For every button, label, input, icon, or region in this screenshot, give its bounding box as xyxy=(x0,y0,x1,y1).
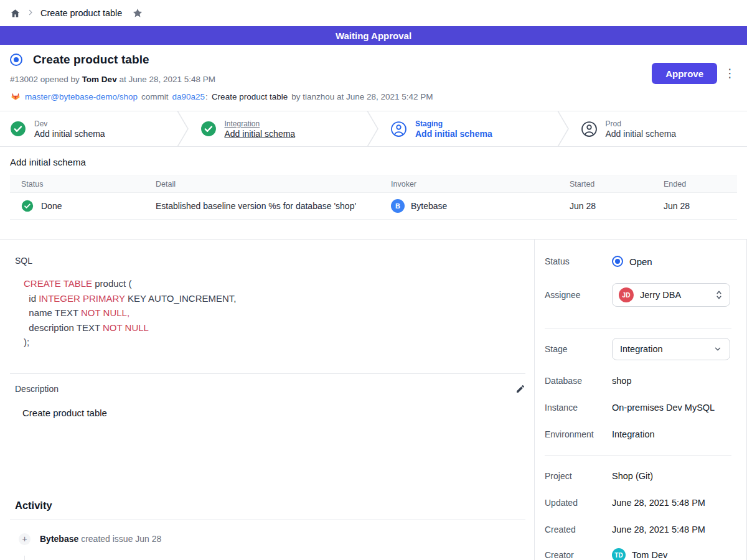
pipeline-stage-staging[interactable]: StagingAdd initial schema xyxy=(380,111,557,146)
status-value: Open xyxy=(629,256,652,267)
activity-actor: Bytebase xyxy=(40,534,78,544)
task-heading: Add initial schema xyxy=(10,157,737,167)
stage-select[interactable]: Integration xyxy=(612,338,730,360)
stage-env-label: Dev xyxy=(34,119,105,128)
approval-banner-text: Waiting Approval xyxy=(336,30,411,41)
assignee-select[interactable]: JD Jerry DBA xyxy=(612,283,730,307)
table-row[interactable]: Done Established baseline version %s for… xyxy=(10,193,737,219)
user-circle-icon xyxy=(581,121,598,138)
project-label: Project xyxy=(545,471,612,481)
edit-icon[interactable] xyxy=(515,384,525,394)
check-circle-icon xyxy=(200,121,217,137)
task-detail: Established baseline version %s for data… xyxy=(156,201,391,211)
col-ended: Ended xyxy=(664,180,737,189)
timeline-connector xyxy=(24,556,25,560)
commit-line: master@bytebase-demo/shop commit da90a25… xyxy=(10,90,737,103)
stage-task-label: Add initial schema xyxy=(606,129,677,139)
section-divider xyxy=(10,520,525,520)
issue-main-panel: SQL CREATE TABLE product ( id INTEGER PR… xyxy=(0,240,534,560)
col-detail: Detail xyxy=(156,180,391,189)
stage-separator xyxy=(367,111,380,147)
stage-env-label: Prod xyxy=(606,119,677,128)
issue-open-icon xyxy=(10,54,22,66)
activity-action: created issue Jun 28 xyxy=(78,534,161,544)
stage-pipeline: DevAdd initial schema IntegrationAdd ini… xyxy=(0,111,747,147)
issue-header: Create product table #13002 opened by To… xyxy=(0,45,747,111)
check-circle-icon xyxy=(10,121,26,137)
commit-message: Create product table xyxy=(212,92,288,101)
database-label: Database xyxy=(545,376,612,386)
project-value: Shop (Git) xyxy=(612,471,653,481)
approve-button[interactable]: Approve xyxy=(652,63,717,84)
updated-value: June 28, 2021 5:48 PM xyxy=(612,498,705,508)
status-label: Status xyxy=(545,256,612,266)
task-ended: Jun 28 xyxy=(664,201,737,211)
stage-task-label: Add initial schema xyxy=(225,129,296,139)
pipeline-stage-dev[interactable]: DevAdd initial schema xyxy=(0,111,177,146)
issue-meta: #13002 opened by Tom Dev at June 28, 202… xyxy=(10,75,737,84)
breadcrumb-current[interactable]: Create product table xyxy=(40,8,122,18)
col-status: Status xyxy=(21,180,156,189)
task-table-header: Status Detail Invoker Started Ended xyxy=(10,175,737,193)
issue-sidebar: Status Open Assignee JD Jerry DBA Stage … xyxy=(534,240,746,560)
task-table: Status Detail Invoker Started Ended Done… xyxy=(10,175,737,220)
user-circle-icon xyxy=(390,121,407,138)
creator-avatar: TD xyxy=(612,548,626,560)
col-started: Started xyxy=(570,180,664,189)
assignee-avatar: JD xyxy=(619,287,634,302)
approval-banner: Waiting Approval xyxy=(0,26,747,45)
stage-task-label: Add initial schema xyxy=(415,129,492,139)
assignee-label: Assignee xyxy=(545,290,612,300)
stage-label: Stage xyxy=(545,344,612,354)
creator-label: Creator xyxy=(545,550,612,560)
sidebar-divider xyxy=(545,329,731,329)
chevron-down-icon xyxy=(713,345,722,353)
updown-icon xyxy=(715,290,723,300)
stage-separator xyxy=(177,111,190,147)
chevron-right-icon xyxy=(27,7,34,19)
breadcrumb: Create product table xyxy=(0,0,747,26)
assignee-value: Jerry DBA xyxy=(640,290,708,300)
more-actions-icon[interactable]: ⋮ xyxy=(724,65,736,82)
status-open-icon xyxy=(612,256,623,267)
plus-icon: + xyxy=(19,533,31,545)
home-icon[interactable] xyxy=(10,8,21,19)
database-value: shop xyxy=(612,376,631,386)
description-text: Create product table xyxy=(22,408,534,418)
created-label: Created xyxy=(545,525,612,534)
description-label: Description xyxy=(15,384,59,394)
environment-value: Integration xyxy=(612,429,655,439)
creator-value: Tom Dev xyxy=(632,550,667,560)
created-value: June 28, 2021 5:48 PM xyxy=(612,525,705,534)
commit-hash-link[interactable]: da90a25 xyxy=(172,92,205,101)
stage-task-label: Add initial schema xyxy=(34,129,105,139)
bytebase-avatar: B xyxy=(391,199,405,213)
task-invoker: Bytebase xyxy=(411,201,447,211)
commit-branch-link[interactable]: master@bytebase-demo/shop xyxy=(25,92,138,101)
pipeline-stage-prod[interactable]: ProdAdd initial schema xyxy=(571,111,747,146)
section-divider xyxy=(10,373,525,374)
instance-label: Instance xyxy=(545,403,612,413)
environment-label: Environment xyxy=(545,429,612,439)
col-invoker: Invoker xyxy=(391,180,570,189)
sql-label: SQL xyxy=(15,256,534,266)
stage-env-label: Staging xyxy=(415,119,492,128)
page-title: Create product table xyxy=(33,53,149,67)
stage-env-label: Integration xyxy=(225,119,296,128)
sql-code: CREATE TABLE product ( id INTEGER PRIMAR… xyxy=(24,276,534,350)
instance-value: On-premises Dev MySQL xyxy=(612,403,715,413)
activity-heading: Activity xyxy=(15,500,534,511)
task-started: Jun 28 xyxy=(570,201,664,211)
updated-label: Updated xyxy=(545,498,612,508)
stage-value: Integration xyxy=(620,344,707,354)
stage-separator xyxy=(557,111,571,147)
star-icon[interactable] xyxy=(132,7,143,19)
pipeline-stage-integration[interactable]: IntegrationAdd initial schema xyxy=(190,111,367,146)
check-circle-icon xyxy=(21,200,34,212)
sidebar-divider xyxy=(545,455,731,456)
task-status: Done xyxy=(41,201,62,211)
gitlab-icon xyxy=(10,90,21,103)
issue-author: Tom Dev xyxy=(82,75,117,84)
task-section: Add initial schema Status Detail Invoker… xyxy=(0,157,747,239)
activity-item: + Bytebase created issue Jun 28 xyxy=(19,533,534,545)
